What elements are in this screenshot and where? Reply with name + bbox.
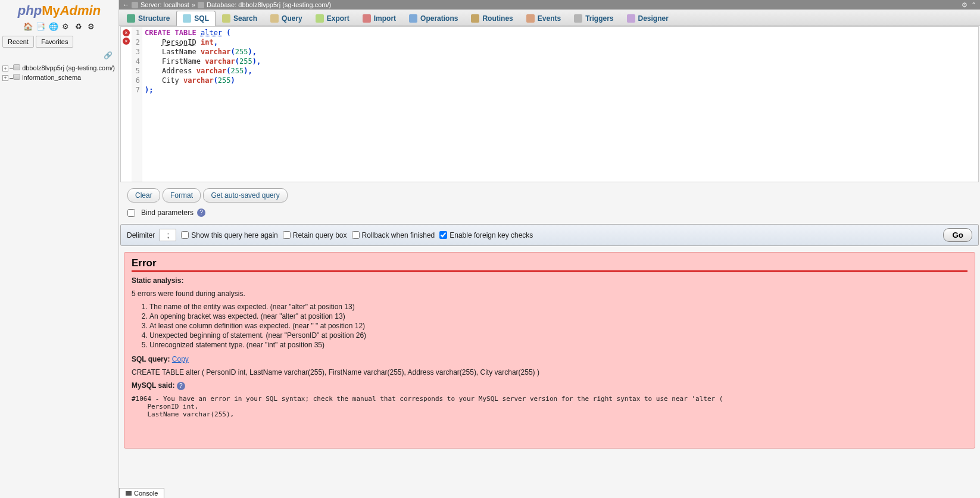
triggers-icon — [574, 14, 582, 23]
tab-label: Structure — [138, 14, 170, 23]
reload-icon[interactable]: ♻ — [74, 22, 83, 30]
query-icon — [270, 14, 279, 23]
operations-icon — [409, 14, 417, 23]
tab-operations[interactable]: Operations — [402, 11, 464, 26]
go-button[interactable]: Go — [943, 228, 972, 242]
tab-label: Routines — [482, 14, 513, 23]
show-again-checkbox[interactable] — [181, 231, 189, 239]
bind-parameters-checkbox[interactable] — [127, 209, 135, 217]
logo: phpMyAdmin — [0, 0, 118, 20]
console-tab[interactable]: Console — [119, 488, 164, 498]
back-button[interactable]: ← — [123, 1, 129, 8]
recent-tab[interactable]: Recent — [2, 36, 34, 48]
tab-label: Designer — [638, 14, 669, 23]
tab-label: Search — [233, 14, 257, 23]
db-tree-item[interactable]: +–dbbolz8lvpp5rj (sg-testing.com/) — [1, 63, 117, 73]
expand-icon[interactable]: + — [2, 66, 8, 71]
error-item: An opening bracket was expected. (near "… — [149, 312, 967, 320]
code-line: City varchar(255) — [145, 76, 976, 85]
foreign-checkbox[interactable] — [439, 231, 447, 239]
structure-icon — [127, 14, 135, 23]
settings-top-icon[interactable]: ⚙ — [962, 1, 967, 9]
home-icon[interactable]: 🏠 — [23, 22, 32, 30]
server-breadcrumb[interactable]: Server: localhost — [141, 1, 189, 8]
line-number: 7 — [132, 85, 140, 95]
error-marker-icon[interactable]: × — [123, 29, 130, 36]
console-label: Console — [134, 490, 158, 497]
line-number: 3 — [132, 47, 140, 57]
code-line: FirstName varchar(255), — [145, 57, 976, 66]
error-item: The name of the entity was expected. (ne… — [149, 303, 967, 311]
mysql-said-label: MySQL said: — [132, 381, 174, 390]
line-number: 4 — [132, 57, 140, 66]
server-icon — [132, 2, 138, 8]
rollback-checkbox[interactable] — [352, 231, 360, 239]
expand-icon[interactable]: + — [2, 75, 8, 81]
line-gutter: 1234567 — [132, 27, 142, 182]
tab-events[interactable]: Events — [520, 11, 567, 26]
tab-structure[interactable]: Structure — [120, 11, 176, 26]
line-number: 2 — [132, 38, 140, 47]
tab-sql[interactable]: SQL — [176, 11, 216, 26]
error-item: Unrecognized statement type. (near "int"… — [149, 341, 967, 349]
code-line: CREATE TABLE alter ( — [145, 28, 976, 38]
db-label: information_schema — [22, 74, 81, 81]
help-icon[interactable]: ? — [177, 382, 185, 390]
designer-icon — [627, 14, 635, 23]
error-marker-icon[interactable]: × — [123, 38, 130, 45]
help-icon[interactable]: ? — [197, 208, 205, 217]
settings-icon[interactable]: ⚙ — [61, 22, 70, 30]
gear-icon[interactable]: ⚙ — [87, 22, 95, 30]
export-icon — [316, 14, 324, 23]
collapse-top-icon[interactable]: ⌃ — [971, 1, 976, 9]
docs-icon[interactable]: 🌐 — [49, 22, 57, 30]
autosaved-button[interactable]: Get auto-saved query — [203, 188, 287, 203]
copy-link[interactable]: Copy — [172, 355, 189, 363]
show-again-label: Show this query here again — [191, 231, 277, 239]
error-list: The name of the entity was expected. (ne… — [149, 303, 967, 349]
sql-query-label: SQL query: — [132, 355, 170, 363]
tab-routines[interactable]: Routines — [464, 11, 519, 26]
format-button[interactable]: Format — [163, 188, 201, 203]
error-item: Unexpected beginning of statement. (near… — [149, 331, 967, 340]
error-title: Error — [132, 257, 967, 272]
events-icon — [526, 14, 535, 23]
sql-query-text: CREATE TABLE alter ( PersonID int, LastN… — [132, 368, 967, 376]
tab-search[interactable]: Search — [216, 11, 264, 26]
editor-buttons: Clear Format Get auto-saved query — [119, 182, 980, 208]
mysql-message: #1064 - You have an error in your SQL sy… — [132, 395, 967, 418]
tab-label: Operations — [420, 14, 458, 23]
log-icon[interactable]: 📑 — [36, 22, 44, 30]
db-tree-item[interactable]: +–information_schema — [1, 73, 117, 82]
tab-query[interactable]: Query — [264, 11, 309, 26]
retain-checkbox[interactable] — [283, 231, 291, 239]
link-icon[interactable]: 🔗 — [104, 51, 113, 60]
query-options-bar: Delimiter Show this query here again Ret… — [120, 224, 979, 246]
delimiter-input[interactable] — [160, 229, 176, 241]
logo-my: My — [42, 3, 60, 18]
main-tabs: StructureSQLSearchQueryExportImportOpera… — [119, 10, 980, 26]
error-box: Error Static analysis: 5 errors were fou… — [124, 252, 975, 449]
code-area[interactable]: CREATE TABLE alter ( PersonID int, LastN… — [142, 27, 978, 182]
tab-designer[interactable]: Designer — [620, 11, 675, 26]
topbar: ← Server: localhost » Database: dbbolz8l… — [119, 0, 980, 10]
tab-import[interactable]: Import — [356, 11, 402, 26]
database-icon — [13, 64, 20, 70]
tab-label: Events — [538, 14, 561, 23]
link-bar: 🔗 — [0, 50, 118, 61]
database-breadcrumb[interactable]: Database: dbbolz8lvpp5rj (sg-testing.com… — [207, 1, 331, 8]
static-analysis-label: Static analysis: — [132, 276, 183, 285]
clear-button[interactable]: Clear — [127, 188, 160, 203]
code-line: LastName varchar(255), — [145, 47, 976, 57]
line-number: 1 — [132, 28, 140, 38]
sql-editor[interactable]: ×× 1234567 CREATE TABLE alter ( PersonID… — [120, 26, 979, 182]
favorites-tab[interactable]: Favorites — [36, 36, 73, 48]
code-line: PersonID int, — [145, 38, 976, 47]
search-icon — [222, 14, 230, 23]
tab-triggers[interactable]: Triggers — [567, 11, 620, 26]
tab-export[interactable]: Export — [309, 11, 356, 26]
import-icon — [363, 14, 371, 23]
line-number: 5 — [132, 66, 140, 76]
sidebar-icon-row: 🏠 📑 🌐 ⚙ ♻ ⚙ — [0, 20, 118, 33]
delimiter-label: Delimiter — [127, 231, 155, 239]
